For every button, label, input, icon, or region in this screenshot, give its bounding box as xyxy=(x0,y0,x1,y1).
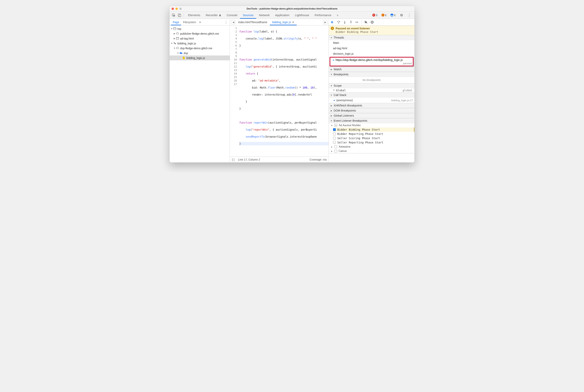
xhr-header[interactable]: ▶XHR/fetch Breakpoints xyxy=(329,103,414,108)
resume-button[interactable] xyxy=(330,20,334,24)
debug-accordion[interactable]: ▼Threads Main ad-tag.html decision_logic… xyxy=(329,35,414,162)
elb-bidder-bidding[interactable]: ✓Bidder Bidding Phase Start xyxy=(333,128,414,132)
subtab-page[interactable]: Page xyxy=(171,19,181,25)
checkbox-mixed[interactable]: − xyxy=(334,124,337,127)
tree-dsp-cloud[interactable]: ▼dsp-fledge-demo.glitch.me xyxy=(170,46,230,50)
error-icon: ✕ xyxy=(372,14,375,16)
svg-point-13 xyxy=(356,22,356,22)
svg-rect-3 xyxy=(173,28,176,30)
nav-forward-button[interactable]: ▶ xyxy=(323,20,327,24)
global-listeners-header[interactable]: ▶Global Listeners xyxy=(329,113,414,118)
code-area[interactable]: function log(label, o) { console.log(lab… xyxy=(238,26,329,156)
elb-adauction[interactable]: ▼−Ad Auction Worklet xyxy=(329,123,414,128)
tree-publisher[interactable]: ▶publisher-fledge-demo.glitch.me xyxy=(170,31,230,36)
svg-point-15 xyxy=(371,21,374,24)
scope-header[interactable]: ▼Scope xyxy=(329,83,414,88)
elb-bidder-reporting[interactable]: Bidder Reporting Phase Start xyxy=(333,132,414,136)
paused-reason: Bidder Bidding Phase Start xyxy=(331,30,412,34)
dom-header[interactable]: ▶DOM Breakpoints xyxy=(329,108,414,113)
checkbox-unchecked[interactable] xyxy=(333,137,336,140)
close-icon[interactable]: ✕ xyxy=(292,21,294,24)
navigator-menu-icon[interactable]: ⋮ xyxy=(223,20,229,24)
event-listener-bp-panel: ▼Event Listener Breakpoints ▼−Ad Auction… xyxy=(329,118,414,153)
frame-icon xyxy=(173,27,176,30)
nav-back-button[interactable]: ◀ xyxy=(231,20,235,24)
cloud-icon xyxy=(176,47,179,50)
thread-current[interactable]: https://dsp-fledge-demo.glitch.me/dsp/bi… xyxy=(336,58,403,62)
coverage-label: Coverage: n/a xyxy=(310,158,327,161)
svg-rect-2 xyxy=(179,14,181,17)
svg-rect-9 xyxy=(333,21,333,23)
file-tab-index[interactable]: index.html?fencedframe xyxy=(236,19,269,25)
tree-top[interactable]: ▼top xyxy=(170,26,230,31)
global-listeners-panel: ▶Global Listeners xyxy=(329,113,414,118)
file-tree: ▼top ▶publisher-fledge-demo.glitch.me ▶a… xyxy=(170,26,230,162)
subtab-filesystem[interactable]: Filesystem xyxy=(181,19,198,25)
elb-header[interactable]: ▼Event Listener Breakpoints xyxy=(329,118,414,123)
callstack-frame-0[interactable]: ➔ (anonymous) bidding_logic.js:17 xyxy=(329,98,414,103)
tab-performance[interactable]: Performance xyxy=(312,12,334,19)
svg-rect-16 xyxy=(372,22,372,23)
file-tab-bidding[interactable]: bidding_logic.js✕ xyxy=(270,19,297,25)
thread-decision[interactable]: decision_logic.js xyxy=(329,51,414,56)
tab-elements[interactable]: Elements xyxy=(185,12,203,19)
subtab-overflow[interactable]: » xyxy=(198,20,202,24)
device-toggle-icon[interactable] xyxy=(177,12,182,18)
deactivate-breakpoints-button[interactable] xyxy=(364,20,368,24)
tree-dsp-folder[interactable]: ▼dsp xyxy=(170,50,230,56)
checkbox-unchecked[interactable] xyxy=(333,141,336,144)
tab-sources[interactable]: Sources xyxy=(240,12,256,19)
thread-main[interactable]: Main xyxy=(329,40,414,46)
step-into-button[interactable] xyxy=(343,20,347,24)
error-count[interactable]: ✕1 xyxy=(371,13,379,17)
svg-rect-17 xyxy=(372,22,373,23)
more-menu-icon[interactable]: ⋮ xyxy=(407,13,411,18)
cursor-position: Line 17, Column 2 xyxy=(238,158,260,161)
tab-lighthouse[interactable]: Lighthouse xyxy=(292,12,312,19)
tab-application[interactable]: Application xyxy=(272,12,292,19)
svg-point-11 xyxy=(345,23,345,23)
step-over-button[interactable] xyxy=(337,20,340,24)
elb-canvas[interactable]: ▶Canvas xyxy=(329,149,414,153)
settings-icon[interactable]: ⚙ xyxy=(400,13,403,17)
thread-adtag[interactable]: ad-tag.html xyxy=(329,46,414,51)
checkbox-unchecked[interactable] xyxy=(333,132,336,135)
scope-global-row[interactable]: ▶Globalglobal xyxy=(329,88,414,92)
format-icon[interactable]: { } xyxy=(232,158,234,161)
breakpoints-header[interactable]: ▼Breakpoints xyxy=(329,72,414,77)
inspect-element-icon[interactable] xyxy=(171,12,176,18)
paused-banner: iPaused on event listener Bidder Bidding… xyxy=(329,26,414,35)
checkbox-unchecked[interactable] xyxy=(334,150,337,152)
elb-seller-scoring[interactable]: Seller Scoring Phase Start xyxy=(333,136,414,140)
flask-icon xyxy=(219,14,221,16)
gears-icon xyxy=(173,42,176,45)
code-editor[interactable]: 1234567891011121314151617 function log(l… xyxy=(230,26,329,156)
checkbox-checked[interactable]: ✓ xyxy=(333,128,336,131)
warning-count[interactable]: !1 xyxy=(380,13,388,17)
separator xyxy=(184,13,184,17)
tab-network[interactable]: Network xyxy=(256,12,272,19)
tree-bidding-file[interactable]: bidding_logic.js xyxy=(170,56,230,60)
tab-recorder[interactable]: Recorder xyxy=(203,12,224,19)
elb-seller-reporting[interactable]: Seller Reporting Phase Start xyxy=(333,140,414,144)
tree-bidding-worklet[interactable]: ▼bidding_logic.js xyxy=(170,41,230,46)
watch-panel: ▶Watch xyxy=(329,67,414,72)
step-button[interactable] xyxy=(355,20,359,24)
step-out-button[interactable] xyxy=(349,20,353,24)
elb-animation[interactable]: ▶Animation xyxy=(329,144,414,149)
current-arrow-icon: ➔ xyxy=(332,58,334,62)
callstack-header[interactable]: ▼Call Stack xyxy=(329,93,414,98)
checkbox-unchecked[interactable] xyxy=(334,146,337,148)
pause-exceptions-button[interactable] xyxy=(370,20,374,24)
info-icon: i xyxy=(331,27,334,30)
message-count[interactable]: ▬1 xyxy=(389,13,397,17)
threads-header[interactable]: ▼Threads xyxy=(329,35,414,40)
tree-adtag[interactable]: ▶ad-tag.html xyxy=(170,36,230,41)
watch-header[interactable]: ▶Watch xyxy=(329,67,414,72)
tab-overflow[interactable]: » xyxy=(334,12,341,19)
body-panes: Page Filesystem » ⋮ ▼top ▶publisher-fled… xyxy=(170,19,414,162)
svg-point-12 xyxy=(351,21,351,22)
svg-point-10 xyxy=(338,22,339,23)
tab-console[interactable]: Console xyxy=(224,12,240,19)
svg-point-7 xyxy=(173,42,175,44)
